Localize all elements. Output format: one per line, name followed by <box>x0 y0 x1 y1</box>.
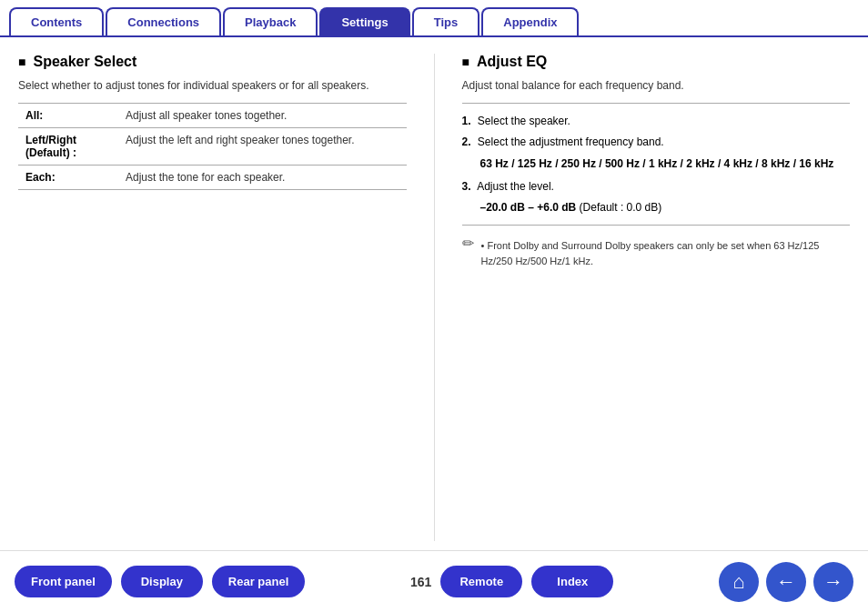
step-3-text: Adjust the level. <box>477 180 554 193</box>
table-row: Left/Right(Default) : Adjust the left an… <box>18 128 407 166</box>
table-row: All: Adjust all speaker tones together. <box>18 104 407 128</box>
remote-button[interactable]: Remote <box>440 566 522 597</box>
speaker-table: All: Adjust all speaker tones together. … <box>18 103 407 190</box>
tab-tips[interactable]: Tips <box>412 7 480 35</box>
table-key-leftright: Left/Right(Default) : <box>18 128 118 166</box>
bottom-divider <box>462 225 851 226</box>
level-range-normal: (Default : 0.0 dB) <box>580 201 662 214</box>
step-2-text: Select the adjustment frequency band. <box>478 135 664 148</box>
pencil-icon: ✏ <box>462 235 474 252</box>
home-button[interactable]: ⌂ <box>719 562 759 602</box>
index-button[interactable]: Index <box>531 566 613 597</box>
front-panel-button[interactable]: Front panel <box>15 566 112 597</box>
table-value-leftright: Adjust the left and right speaker tones … <box>118 128 407 166</box>
table-value-all: Adjust all speaker tones together. <box>118 104 407 128</box>
tab-contents[interactable]: Contents <box>9 7 104 35</box>
level-range-bold: –20.0 dB – +6.0 dB <box>480 201 577 214</box>
forward-button[interactable]: → <box>813 562 853 602</box>
adjust-eq-desc: Adjust tonal balance for each frequency … <box>462 77 851 94</box>
home-icon: ⌂ <box>732 570 744 594</box>
tab-settings[interactable]: Settings <box>319 7 409 35</box>
bottom-right: ⌂ ← → <box>719 562 853 602</box>
note-text: • Front Dolby and Surround Dolby speaker… <box>481 238 851 268</box>
step-1: 1. Select the speaker. <box>462 113 851 129</box>
table-row: Each: Adjust the tone for each speaker. <box>18 166 407 190</box>
table-key-all: All: <box>18 104 118 128</box>
level-range: –20.0 dB – +6.0 dB (Default : 0.0 dB) <box>480 199 851 216</box>
step-1-num: 1. <box>462 115 471 127</box>
top-divider <box>462 103 851 104</box>
frequency-list: 63 Hz / 125 Hz / 250 Hz / 500 Hz / 1 kHz… <box>480 156 851 173</box>
table-value-each: Adjust the tone for each speaker. <box>118 166 407 190</box>
rear-panel-button[interactable]: Rear panel <box>212 566 305 597</box>
bottom-left: Front panel Display Rear panel <box>15 566 305 597</box>
right-panel: Adjust EQ Adjust tonal balance for each … <box>434 54 851 541</box>
step-2: 2. Select the adjustment frequency band. <box>462 134 851 150</box>
nav-tabs: Contents Connections Playback Settings T… <box>0 0 868 37</box>
tab-connections[interactable]: Connections <box>106 7 221 35</box>
speaker-select-title: Speaker Select <box>18 54 407 70</box>
main-content: Speaker Select Select whether to adjust … <box>0 37 868 550</box>
table-key-each: Each: <box>18 166 118 190</box>
display-button[interactable]: Display <box>121 566 203 597</box>
back-icon: ← <box>776 570 796 594</box>
forward-icon: → <box>823 570 843 594</box>
step-3: 3. Adjust the level. <box>462 178 851 195</box>
tab-appendix[interactable]: Appendix <box>481 7 579 35</box>
bottom-center: 161 Remote Index <box>410 566 613 597</box>
step-2-num: 2. <box>462 135 471 148</box>
bottom-bar: Front panel Display Rear panel 161 Remot… <box>0 550 868 612</box>
adjust-eq-title: Adjust EQ <box>462 54 851 70</box>
note-content: • Front Dolby and Surround Dolby speaker… <box>481 235 851 268</box>
speaker-select-desc: Select whether to adjust tones for indiv… <box>18 77 407 94</box>
back-button[interactable]: ← <box>766 562 806 602</box>
step-3-num: 3. <box>462 180 471 193</box>
step-1-text: Select the speaker. <box>478 115 570 127</box>
page-number: 161 <box>410 575 431 589</box>
tab-playback[interactable]: Playback <box>223 7 318 35</box>
steps-list: 1. Select the speaker. 2. Select the adj… <box>462 113 851 216</box>
left-panel: Speaker Select Select whether to adjust … <box>18 54 407 541</box>
note-area: ✏ • Front Dolby and Surround Dolby speak… <box>462 235 851 268</box>
